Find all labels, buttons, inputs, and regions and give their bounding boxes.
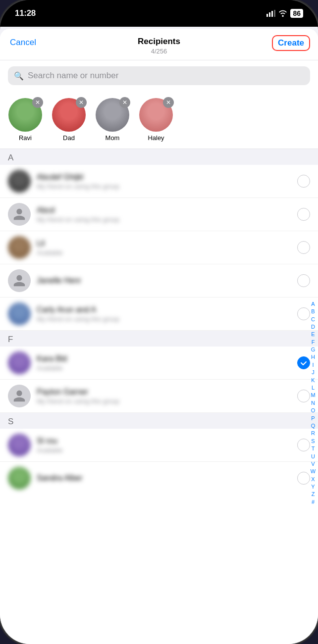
contact-name-mom: Mom [106, 134, 120, 142]
contact-avatar [8, 170, 31, 193]
index-letter-i[interactable]: I [308, 361, 318, 369]
contact-info: Carly Arun and A My friend on using this… [37, 305, 291, 323]
contact-row-sub: Available [37, 249, 291, 256]
index-letter-b[interactable]: B [308, 308, 318, 315]
notch [119, 0, 199, 17]
recipients-count: 4/256 [10, 48, 308, 55]
search-icon: 🔍 [14, 71, 24, 81]
create-button[interactable]: Create [272, 35, 310, 51]
index-letter-f[interactable]: F [308, 339, 318, 346]
svg-rect-3 [274, 10, 275, 17]
index-letter-n[interactable]: N [308, 399, 318, 407]
wifi-icon [278, 10, 287, 17]
contact-avatar [8, 302, 31, 325]
contact-row-sub: My friend on using this group [37, 183, 291, 190]
contact-row-name: Lil [37, 239, 291, 248]
contact-avatar [8, 351, 31, 374]
contact-row-sub: Available [37, 446, 291, 454]
contact-row-sub: My friend on using this group [37, 315, 291, 323]
selected-contact-ravi[interactable]: ✕ Ravi [8, 98, 43, 142]
phone-frame: 11:28 86 Cancel [0, 0, 318, 644]
svg-rect-1 [269, 12, 270, 17]
svg-rect-0 [266, 14, 268, 17]
remove-ravi-button[interactable]: ✕ [32, 97, 43, 108]
contact-avatar-placeholder [8, 269, 31, 292]
index-letter-h[interactable]: H [308, 353, 318, 361]
avatar-wrap-ravi: ✕ [8, 98, 42, 132]
contact-row-name: Kara Bld [37, 354, 291, 363]
contact-info: Kara Bld Available [37, 354, 291, 372]
index-letter-r[interactable]: R [308, 430, 318, 437]
remove-mom-button[interactable]: ✕ [119, 97, 130, 108]
contact-row[interactable]: Abcd My friend on using this group [0, 198, 318, 231]
avatar-wrap-dad: ✕ [52, 98, 86, 132]
index-letter-u[interactable]: U [308, 453, 318, 460]
index-letter-hash[interactable]: # [308, 498, 318, 506]
contact-row-name: Sl rou [37, 437, 291, 446]
contact-row[interactable]: Carly Arun and A My friend on using this… [0, 297, 318, 331]
contact-row[interactable]: Sl rou Available [0, 429, 318, 462]
contact-row-sub: My friend on using this group [37, 397, 291, 405]
contact-row[interactable]: Payton Garner My friend on using this gr… [0, 380, 318, 413]
modal-header: Cancel Recipients 4/256 Create [0, 29, 318, 60]
avatar-wrap-mom: ✕ [96, 98, 129, 132]
contact-row-name: Abcd [37, 206, 291, 215]
contact-name-dad: Dad [63, 134, 75, 142]
contact-row[interactable]: Lil Available [0, 231, 318, 264]
contact-row-name: Abcdef Ghijkl [37, 173, 291, 182]
index-letter-j[interactable]: J [308, 369, 318, 376]
index-letter-m[interactable]: M [308, 392, 318, 399]
selected-contact-dad[interactable]: ✕ Dad [52, 98, 86, 142]
contact-info: Janelle Henr [37, 276, 291, 285]
screen-content: Cancel Recipients 4/256 Create 🔍 Search … [0, 27, 318, 644]
section-header-a: A [0, 149, 318, 165]
index-letter-p[interactable]: P [308, 415, 318, 422]
index-letter-e[interactable]: E [308, 331, 318, 338]
index-letter-w[interactable]: W [308, 468, 318, 475]
contact-row-sub: My friend on using this group [37, 216, 291, 223]
contacts-scroll: A Abcdef Ghijkl My friend on using this … [0, 149, 318, 644]
remove-haley-button[interactable]: ✕ [163, 97, 174, 108]
index-letter-a[interactable]: A [308, 300, 318, 308]
index-letter-l[interactable]: L [308, 384, 318, 392]
contact-info: Abcdef Ghijkl My friend on using this gr… [37, 173, 291, 190]
index-letter-c[interactable]: C [308, 316, 318, 323]
contact-name-ravi: Ravi [19, 134, 32, 142]
index-letter-k[interactable]: K [308, 377, 318, 384]
contact-row-name: Payton Garner [37, 388, 291, 396]
search-placeholder: Search name or number [28, 71, 118, 81]
index-letter-v[interactable]: V [308, 460, 318, 468]
selected-contact-haley[interactable]: ✕ Haley [139, 98, 173, 142]
selected-contact-mom[interactable]: ✕ Mom [95, 98, 130, 142]
contact-row-sub: Available [37, 364, 291, 372]
index-letter-g[interactable]: G [308, 346, 318, 353]
index-letter-s[interactable]: S [308, 438, 318, 445]
remove-dad-button[interactable]: ✕ [76, 97, 87, 108]
search-bar[interactable]: 🔍 Search name or number [8, 66, 310, 85]
index-letter-t[interactable]: T [308, 445, 318, 452]
contact-info: Lil Available [37, 239, 291, 256]
index-letter-x[interactable]: X [308, 476, 318, 483]
contact-name-haley: Haley [148, 134, 164, 142]
index-letter-z[interactable]: Z [308, 491, 318, 498]
status-time: 11:28 [15, 8, 36, 18]
status-icons: 86 [266, 9, 303, 18]
contact-row[interactable]: Kara Bld Available [0, 347, 318, 380]
index-letter-o[interactable]: O [308, 407, 318, 414]
index-letter-q[interactable]: Q [308, 422, 318, 430]
index-letter-d[interactable]: D [308, 323, 318, 331]
cancel-button[interactable]: Cancel [10, 38, 36, 48]
recipients-title: Recipients [10, 37, 308, 47]
avatar-wrap-haley: ✕ [139, 98, 173, 132]
status-bar: 11:28 86 [0, 0, 318, 27]
section-header-f: F [0, 331, 318, 347]
contact-info: Sandra Alber [37, 474, 291, 483]
signal-icon [266, 10, 275, 17]
contact-avatar [8, 467, 31, 490]
contact-avatar-placeholder [8, 385, 31, 407]
contact-row[interactable]: Abcdef Ghijkl My friend on using this gr… [0, 165, 318, 198]
contact-row[interactable]: Janelle Henr [0, 264, 318, 297]
index-letter-y[interactable]: Y [308, 483, 318, 491]
contact-avatar [8, 434, 31, 456]
contact-row[interactable]: Sandra Alber [0, 462, 318, 495]
